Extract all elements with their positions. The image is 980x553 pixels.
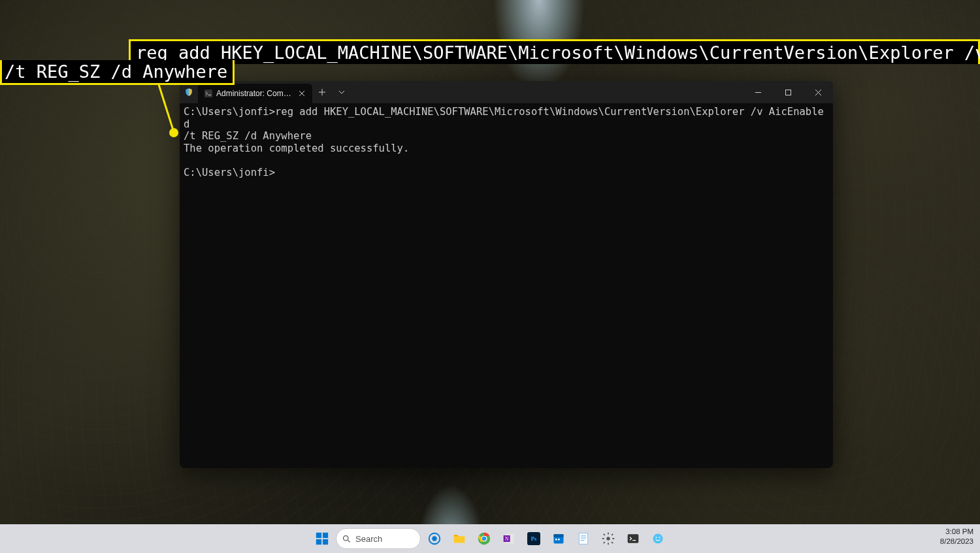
svg-point-25 (653, 534, 663, 544)
svg-rect-21 (558, 539, 560, 541)
system-tray-clock[interactable]: 3:08 PM 8/28/2023 (940, 527, 973, 546)
file-explorer-icon[interactable] (448, 528, 470, 550)
settings-icon[interactable] (597, 528, 619, 550)
svg-rect-24 (628, 534, 639, 543)
new-tab-button[interactable] (312, 81, 332, 103)
svg-rect-2 (785, 90, 791, 95)
taskbar-search[interactable]: Search (336, 528, 421, 549)
calendar-icon[interactable] (547, 528, 570, 550)
search-icon (342, 534, 351, 544)
copilot-icon[interactable] (423, 528, 446, 550)
onenote-icon[interactable]: N (498, 528, 520, 550)
titlebar[interactable]: Administrator: Command Pro (180, 81, 833, 103)
svg-point-12 (482, 537, 486, 541)
svg-point-7 (344, 535, 349, 541)
annotation-dot (169, 128, 178, 137)
minimize-button[interactable] (743, 81, 773, 103)
terminal-tab[interactable]: Administrator: Command Pro (198, 84, 312, 103)
svg-rect-22 (579, 533, 587, 545)
search-placeholder: Search (355, 534, 382, 544)
svg-rect-6 (323, 539, 328, 545)
terminal-line: The operation completed successfully. (184, 142, 409, 154)
tab-title: Administrator: Command Pro (216, 89, 294, 98)
tab-dropdown-button[interactable] (332, 81, 351, 103)
svg-text:Ps: Ps (531, 536, 537, 542)
app-icon[interactable] (647, 528, 669, 550)
start-button[interactable] (311, 528, 333, 550)
svg-rect-20 (555, 539, 557, 541)
svg-point-27 (659, 537, 661, 538)
annotation-connector (131, 78, 209, 137)
annotation-line-1: reg add HKEY_LOCAL_MACHINE\SOFTWARE\Micr… (129, 39, 980, 64)
clock-date: 8/28/2023 (940, 537, 973, 546)
svg-point-23 (606, 537, 610, 541)
terminal-output[interactable]: C:\Users\jonfi>reg add HKEY_LOCAL_MACHIN… (180, 103, 833, 468)
notepad-icon[interactable] (572, 528, 595, 550)
svg-line-0 (157, 78, 174, 132)
maximize-button[interactable] (773, 81, 803, 103)
terminal-taskbar-icon[interactable] (622, 528, 644, 550)
terminal-window: Administrator: Command Pro C:\Users\jonf… (180, 81, 833, 468)
titlebar-drag-region[interactable] (351, 81, 743, 103)
close-button[interactable] (803, 81, 833, 103)
svg-rect-4 (323, 533, 328, 538)
chrome-icon[interactable] (473, 528, 495, 550)
annotation-line-2: /t REG_SZ /d Anywhere (0, 60, 235, 85)
svg-rect-19 (554, 534, 564, 537)
svg-point-9 (432, 536, 436, 541)
clock-time: 3:08 PM (940, 527, 973, 537)
tab-close-button[interactable] (298, 88, 306, 99)
photoshop-icon[interactable]: Ps (523, 528, 545, 550)
svg-rect-3 (316, 533, 321, 538)
svg-text:N: N (505, 536, 509, 542)
svg-point-26 (656, 537, 657, 538)
terminal-line: C:\Users\jonfi>reg add HKEY_LOCAL_MACHIN… (184, 106, 824, 130)
svg-rect-5 (316, 539, 321, 545)
taskbar: Search N Ps 3:08 (0, 524, 980, 553)
terminal-prompt: C:\Users\jonfi> (184, 167, 275, 178)
